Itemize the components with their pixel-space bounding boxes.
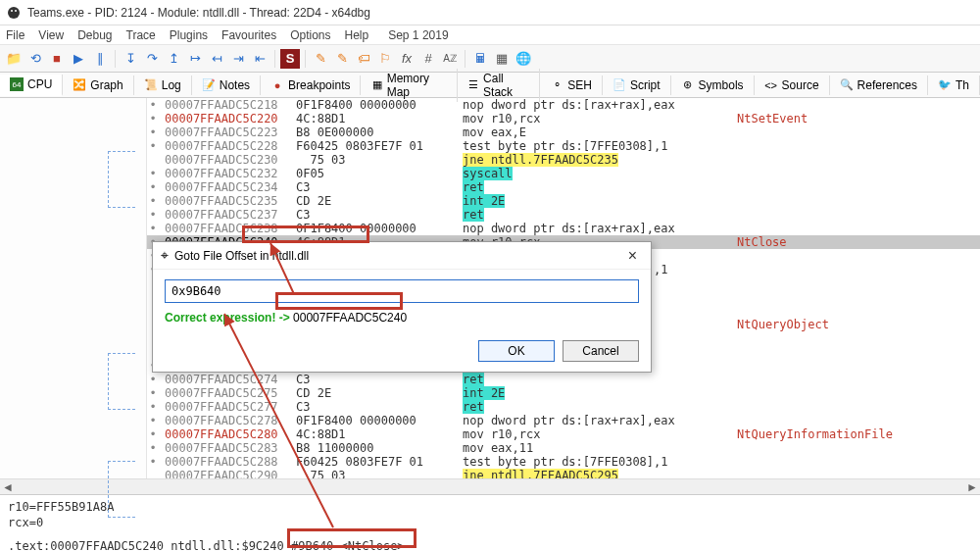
info-line-2: rcx=0 [8,515,972,530]
globe-icon[interactable]: 🌐 [514,49,533,69]
patch-icon[interactable]: ✎ [311,49,330,69]
close-icon[interactable]: × [622,247,643,265]
fx-icon[interactable]: fx [397,49,416,69]
disasm-row[interactable]: •00007FFAADC5C234C3ret [147,180,980,194]
settings-icon[interactable]: ▦ [492,49,512,69]
horizontal-scrollbar[interactable]: ◄ ► [0,478,980,494]
disasm-row[interactable]: •00007FFAADC5C235CD 2Eint 2E [147,194,980,208]
disasm-row[interactable]: •00007FFAADC5C2320F05syscall [147,167,980,180]
disasm-row[interactable]: •00007FFAADC5C223B8 0E000000mov eax,E [147,125,980,139]
menu-help[interactable]: Help [345,28,369,42]
menu-options[interactable]: Options [290,28,330,42]
menu-favourites[interactable]: Favourites [221,28,276,42]
tab-breakpoints[interactable]: ●Breakpoints [261,75,361,95]
disasm-row[interactable]: •00007FFAADC5C2804C:88D1mov r10,rcxNtQue… [147,427,980,441]
tab-memory-map[interactable]: ▦Memory Map [361,69,457,102]
tab-threads[interactable]: 🐦Th [928,75,980,95]
menu-debug[interactable]: Debug [77,28,112,42]
menu-trace[interactable]: Trace [126,28,156,42]
info-line-3: .text:00007FFAADC5C240 ntdll.dll:$9C240 … [8,538,972,551]
menu-file[interactable]: File [6,28,24,42]
step-over-icon[interactable]: ↷ [142,49,162,69]
info-line-1: r10=FFF55B91A8A [8,499,972,515]
script-icon[interactable]: S [280,49,300,69]
goto-file-offset-dialog: ⌖ Goto File Offset in ntdll.dll × Correc… [152,241,652,373]
separator [305,50,306,68]
separator [465,50,466,68]
separator [274,50,275,68]
offset-input[interactable] [165,279,639,303]
disasm-row[interactable]: 00007FFAADC5C230 75 03jne ntdll.7FFAADC5… [147,153,980,167]
tab-references[interactable]: 🔍References [830,75,928,95]
title-bar: Teams.exe - PID: 2124 - Module: ntdll.dl… [0,0,980,25]
tab-bar: 64CPU 🔀Graph 📜Log 📝Notes ●Breakpoints ▦M… [0,73,980,98]
tab-source[interactable]: <>Source [755,75,830,95]
tab-symbols[interactable]: ⊛Symbols [671,75,755,95]
menu-bar: File View Debug Trace Plugins Favourites… [0,25,980,45]
menu-view[interactable]: View [38,28,64,42]
disasm-row[interactable]: •00007FFAADC5C2180F1F8400 00000000nop dw… [147,98,980,112]
disasm-row[interactable]: •00007FFAADC5C277C3ret [147,400,980,414]
app-icon [6,5,22,21]
disasm-row[interactable]: •00007FFAADC5C275CD 2Eint 2E [147,386,980,400]
window-title: Teams.exe - PID: 2124 - Module: ntdll.dl… [27,6,370,20]
cancel-button[interactable]: Cancel [563,340,639,362]
open-icon[interactable]: 📁 [4,49,24,69]
separator [115,50,116,68]
disasm-row[interactable]: •00007FFAADC5C237C3ret [147,208,980,222]
bookmark-icon[interactable]: ⚐ [375,49,395,69]
info-bar: r10=FFF55B91A8A rcx=0 .text:00007FFAADC5… [0,494,980,551]
svg-point-0 [8,7,20,19]
disasm-row[interactable]: 00007FFAADC5C290 75 03jne ntdll.7FFAADC5… [147,469,980,478]
step3-icon[interactable]: ⇥ [228,49,248,69]
step-icon[interactable]: ↦ [185,49,205,69]
disasm-row[interactable]: •00007FFAADC5C2380F1F8400 00000000nop dw… [147,222,980,235]
step2-icon[interactable]: ↤ [207,49,226,69]
tab-call-stack[interactable]: ☰Call Stack [458,69,540,102]
tab-notes[interactable]: 📝Notes [192,75,261,95]
dialog-title-bar[interactable]: ⌖ Goto File Offset in ntdll.dll × [153,242,651,270]
tab-log[interactable]: 📜Log [134,75,192,95]
tab-cpu[interactable]: 64CPU [0,75,63,96]
tab-seh[interactable]: ⚬SEH [540,75,603,95]
menu-plugins[interactable]: Plugins [170,28,208,42]
ok-button[interactable]: OK [478,340,555,362]
calc-icon[interactable]: 🖩 [470,49,490,69]
disasm-row[interactable]: •00007FFAADC5C2780F1F8400 00000000nop dw… [147,414,980,427]
tab-script[interactable]: 📄Script [603,75,671,95]
comment-icon[interactable]: ✎ [332,49,352,69]
menu-date: Sep 1 2019 [388,28,448,42]
svg-point-1 [11,10,13,12]
disasm-row[interactable]: •00007FFAADC5C288F60425 0803FE7F 01test … [147,455,980,469]
target-icon: ⌖ [161,247,169,264]
step-out-icon[interactable]: ↥ [164,49,183,69]
step4-icon[interactable]: ⇤ [250,49,270,69]
label-icon[interactable]: 🏷 [354,49,373,69]
disasm-row[interactable]: •00007FFAADC5C283B8 11000000mov eax,11 [147,441,980,455]
disasm-row[interactable]: •00007FFAADC5C2204C:88D1mov r10,rcxNtSet… [147,112,980,125]
scroll-right-icon[interactable]: ► [964,480,980,494]
pause-icon[interactable]: ∥ [90,49,110,69]
run-icon[interactable]: ▶ [69,49,88,69]
tab-graph[interactable]: 🔀Graph [63,75,133,95]
stop-icon[interactable]: ■ [47,49,67,69]
disasm-row[interactable]: •00007FFAADC5C274C3ret [147,373,980,386]
hash-icon[interactable]: # [418,49,438,69]
dialog-title: Goto File Offset in ntdll.dll [174,249,309,263]
az-icon[interactable]: Aℤ [440,49,460,69]
dialog-status: Correct expression! -> 00007FFAADC5C240 [165,311,639,325]
svg-point-2 [15,10,17,12]
gutter [0,98,147,478]
scroll-left-icon[interactable]: ◄ [0,480,16,494]
step-into-icon[interactable]: ↧ [121,49,140,69]
disasm-row[interactable]: •00007FFAADC5C228F60425 0803FE7F 01test … [147,139,980,153]
restart-icon[interactable]: ⟲ [25,49,45,69]
